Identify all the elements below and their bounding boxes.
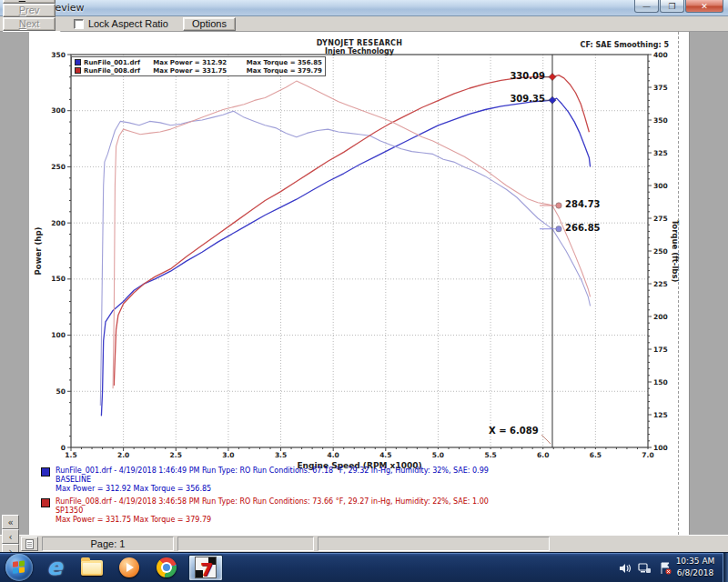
print-preview-window: 7 Print Preview — ❐ ✕ PrintPrevNextZoom …: [0, 0, 728, 582]
preview-page: 1.52.02.53.03.54.04.55.05.56.06.57.00501…: [29, 32, 689, 535]
svg-text:175: 175: [653, 346, 668, 354]
svg-text:250: 250: [51, 163, 66, 171]
legend-text: Max Torque = 379.79: [247, 67, 322, 75]
svg-text:325: 325: [653, 149, 668, 157]
chart-title: DYNOJET RESEARCH: [71, 39, 648, 47]
run-info-footer: RunFile_001.drf - 4/19/2018 1:46:49 PM R…: [41, 467, 678, 528]
chart-subtitle: Injen Technology: [71, 47, 648, 55]
lock-aspect-ratio-checkbox[interactable]: Lock Aspect Ratio: [74, 18, 168, 29]
show-desktop-button[interactable]: [723, 553, 728, 582]
svg-text:7.0: 7.0: [642, 451, 653, 459]
page-icon: [25, 539, 34, 549]
svg-text:2.0: 2.0: [117, 451, 129, 459]
taskbar-item-file-explorer[interactable]: [76, 555, 107, 581]
svg-text:350: 350: [51, 51, 66, 59]
svg-text:0: 0: [61, 444, 66, 452]
title-bar[interactable]: 7 Print Preview — ❐ ✕: [0, 0, 728, 16]
status-panel: [318, 537, 550, 551]
taskbar-item-internet-explorer[interactable]: e: [39, 555, 70, 581]
legend-text: Max Power = 331.75: [153, 67, 247, 75]
windows-logo-icon: [13, 560, 25, 574]
network-icon[interactable]: [638, 561, 652, 575]
status-panel: [177, 537, 314, 551]
preview-area: 1.52.02.53.03.54.04.55.05.56.06.57.00501…: [0, 32, 728, 535]
legend-text: Max Power = 312.92: [153, 59, 247, 66]
volume-icon[interactable]: [618, 561, 632, 575]
plot-frame: [71, 55, 648, 447]
prev-button: Prev: [3, 4, 56, 17]
checkbox-icon[interactable]: [74, 19, 84, 29]
gridlines: [71, 55, 648, 447]
svg-text:6.0: 6.0: [537, 451, 549, 459]
svg-text:3.0: 3.0: [222, 451, 234, 459]
svg-text:275: 275: [653, 215, 668, 223]
svg-text:50: 50: [56, 387, 66, 396]
close-window-button[interactable]: ✕: [685, 0, 723, 13]
next-button: Next: [3, 17, 56, 31]
svg-text:350: 350: [653, 116, 668, 125]
cursor-x-label: X = 6.089: [489, 426, 539, 436]
curve-runfile-008-drf-torque: [113, 81, 591, 388]
taskbar-item-dynojet-active[interactable]: 7: [188, 555, 223, 581]
print-page-button[interactable]: [21, 537, 38, 551]
clock-time: 10:35 AM: [672, 556, 719, 567]
x-tick-labels: 1.52.02.53.03.54.04.55.05.56.06.57.0: [65, 451, 653, 459]
options-button[interactable]: Options: [183, 17, 236, 31]
action-center-flag-icon[interactable]: [658, 561, 672, 575]
svg-text:5.0: 5.0: [432, 451, 444, 459]
legend-row: RunFile_001.drfMax Power = 312.92Max Tor…: [75, 58, 322, 66]
point-label: 284.73: [565, 199, 601, 209]
legend-swatch-icon: [75, 59, 81, 65]
y-left-tick-labels: 050100150200250300350: [51, 51, 66, 452]
svg-text:Power (hp): Power (hp): [34, 227, 43, 276]
axis-ticks: [67, 55, 652, 451]
svg-text:3.5: 3.5: [275, 451, 287, 459]
svg-text:150: 150: [653, 378, 668, 386]
svg-text:5.5: 5.5: [484, 451, 496, 459]
svg-text:225: 225: [653, 280, 668, 288]
minimize-button[interactable]: —: [634, 0, 659, 13]
svg-text:1.5: 1.5: [65, 451, 76, 459]
run-info-block: RunFile_008.drf - 4/19/2018 3:46:58 PM R…: [41, 497, 678, 525]
run-info-line: Max Power = 312.92 Max Torque = 356.85: [56, 485, 678, 494]
page-indicator: Page: 1: [42, 537, 174, 551]
svg-text:4.5: 4.5: [379, 451, 391, 459]
svg-text:6.5: 6.5: [590, 451, 602, 459]
start-button[interactable]: [5, 554, 33, 581]
folder-icon: [81, 560, 103, 576]
svg-text:200: 200: [51, 219, 66, 227]
svg-text:150: 150: [51, 275, 66, 283]
point-label: 266.85: [565, 223, 601, 233]
run-info-line: RunFile_008.drf - 4/19/2018 3:46:58 PM R…: [56, 497, 678, 507]
restore-button[interactable]: ❐: [660, 0, 684, 13]
chart-header: DYNOJET RESEARCH Injen Technology: [71, 39, 648, 55]
internet-explorer-icon: e: [47, 557, 63, 578]
system-tray: [618, 553, 672, 582]
run-swatch-icon: [41, 498, 50, 507]
curve-runfile-001-drf-power: [101, 98, 590, 416]
run-info-block: RunFile_001.drf - 4/19/2018 1:46:49 PM R…: [41, 467, 678, 494]
taskbar-clock[interactable]: 10:35 AM 6/8/2018: [672, 556, 719, 579]
svg-text:375: 375: [653, 84, 668, 92]
svg-text:300: 300: [51, 106, 66, 115]
status-bar: «‹›» Page: 1: [0, 535, 728, 552]
taskbar-item-chrome[interactable]: [151, 555, 182, 581]
svg-text:100: 100: [51, 331, 66, 339]
toolbar: PrintPrevNextZoom OutClose Lock Aspect R…: [0, 16, 728, 32]
point-label: 309.35: [510, 94, 545, 104]
prev-page-button[interactable]: ‹: [2, 529, 19, 544]
smoothing-note: CF: SAE Smoothing: 5: [581, 41, 669, 49]
page-margin-guide: [678, 32, 679, 535]
dynojet-icon: 7: [195, 557, 217, 578]
svg-text:300: 300: [653, 182, 668, 190]
taskbar-item-media-player[interactable]: [114, 555, 145, 581]
clock-date: 6/8/2018: [672, 567, 719, 579]
legend-row: RunFile_008.drfMax Power = 331.75Max Tor…: [75, 66, 322, 75]
lock-aspect-ratio-label: Lock Aspect Ratio: [88, 18, 168, 29]
svg-text:200: 200: [653, 313, 668, 321]
svg-text:100: 100: [653, 444, 668, 452]
legend-text: RunFile_008.drf: [84, 67, 153, 75]
first-page-button[interactable]: «: [2, 515, 19, 529]
chart-legend: RunFile_001.drfMax Power = 312.92Max Tor…: [71, 56, 326, 76]
run-info-line: RunFile_001.drf - 4/19/2018 1:46:49 PM R…: [56, 467, 678, 476]
